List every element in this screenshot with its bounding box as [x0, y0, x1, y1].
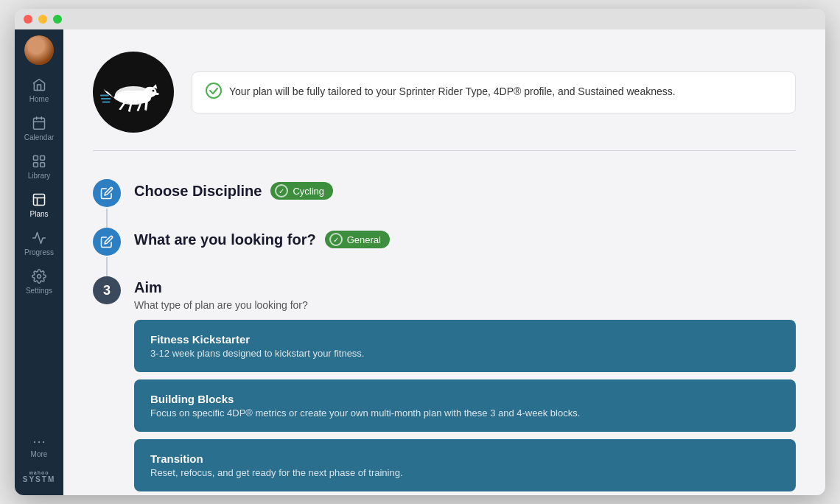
step-1-row: Choose Discipline ✓ Cycling	[93, 169, 796, 217]
step-1-badge-check-icon: ✓	[275, 184, 288, 197]
header-area: Your plan will be fully tailored to your…	[93, 52, 796, 133]
sidebar-more-label: More	[31, 450, 48, 458]
sidebar-item-home[interactable]: Home	[15, 71, 63, 109]
svg-rect-0	[34, 118, 45, 129]
step-2-title-row: What are you looking for? ✓ General	[134, 231, 796, 248]
library-icon	[31, 153, 47, 169]
option-2-title: Building Blocks	[150, 393, 780, 405]
step-1-title-row: Choose Discipline ✓ Cycling	[134, 182, 796, 200]
edit-icon	[100, 186, 113, 200]
sidebar-item-more[interactable]: ⋯ More	[15, 429, 63, 464]
plan-option-building-blocks[interactable]: Building Blocks Focus on specific 4DP® m…	[134, 379, 796, 432]
header-divider	[93, 150, 796, 151]
avatar[interactable]	[24, 35, 54, 65]
plan-logo-svg	[100, 59, 167, 125]
sidebar: Home Calendar Library P	[15, 29, 63, 495]
step-3-title: Aim	[134, 279, 162, 296]
plan-option-fitness-kickstarter[interactable]: Fitness Kickstarter 3-12 week plans desi…	[134, 320, 796, 372]
calendar-icon	[31, 115, 47, 131]
main-content: Your plan will be fully tailored to your…	[63, 29, 825, 495]
close-button[interactable]	[24, 15, 32, 24]
svg-point-9	[153, 90, 155, 92]
step-3-circle: 3	[93, 276, 121, 304]
sidebar-plans-label: Plans	[29, 210, 48, 218]
plans-icon	[31, 192, 47, 208]
home-icon	[31, 77, 47, 93]
sidebar-item-calendar[interactable]: Calendar	[15, 109, 63, 147]
notice-check-icon	[206, 83, 222, 102]
edit2-icon	[100, 235, 113, 248]
step-3-content: Aim What type of plan are you looking fo…	[134, 276, 796, 491]
app-window: Home Calendar Library P	[15, 9, 825, 495]
svg-rect-1	[34, 156, 38, 161]
plan-logo	[93, 52, 174, 133]
steps-area: Choose Discipline ✓ Cycling	[93, 169, 796, 495]
step-2-row: What are you looking for? ✓ General	[93, 217, 796, 266]
step-3-subtitle: What type of plan are you looking for?	[134, 299, 796, 311]
step-1-title: Choose Discipline	[134, 183, 262, 200]
step-1-badge-label: Cycling	[293, 186, 324, 197]
plan-option-transition[interactable]: Transition Reset, refocus, and get ready…	[134, 439, 796, 491]
option-1-desc: 3-12 week plans designed to kickstart yo…	[150, 348, 780, 359]
plan-options-list: Fitness Kickstarter 3-12 week plans desi…	[134, 320, 796, 491]
step-2-badge-label: General	[347, 234, 381, 245]
check-circle-icon	[206, 83, 222, 99]
maximize-button[interactable]	[53, 15, 62, 24]
step-2-circle	[93, 228, 121, 256]
settings-icon	[31, 268, 47, 284]
sidebar-settings-label: Settings	[26, 287, 52, 295]
step-2-content: What are you looking for? ✓ General	[134, 228, 796, 251]
step-2-badge[interactable]: ✓ General	[325, 231, 390, 248]
wahoo-logo: wahoo SYSTM	[23, 470, 55, 489]
sidebar-item-progress[interactable]: Progress	[15, 224, 63, 262]
option-3-title: Transition	[150, 452, 780, 465]
sidebar-item-library[interactable]: Library	[15, 147, 63, 186]
sidebar-library-label: Library	[28, 172, 51, 180]
step-2-badge-check-icon: ✓	[329, 233, 343, 246]
step-1-circle	[93, 179, 121, 207]
app-body: Home Calendar Library P	[15, 29, 825, 495]
progress-icon	[31, 230, 47, 246]
svg-point-10	[206, 83, 221, 98]
step-1-content: Choose Discipline ✓ Cycling	[134, 179, 796, 203]
sidebar-item-plans[interactable]: Plans	[15, 186, 63, 224]
option-2-desc: Focus on specific 4DP® metrics or create…	[150, 407, 780, 419]
option-3-desc: Reset, refocus, and get ready for the ne…	[150, 467, 780, 478]
step-3-row: 3 Aim What type of plan are you looking …	[93, 266, 796, 495]
svg-rect-4	[41, 163, 45, 167]
wahoo-brand-line1: wahoo	[23, 470, 55, 475]
notice-text: Your plan will be fully tailored to your…	[229, 85, 676, 99]
svg-rect-3	[34, 163, 38, 167]
titlebar	[15, 9, 825, 29]
step-3-title-row: Aim	[134, 279, 796, 296]
step-1-badge[interactable]: ✓ Cycling	[270, 182, 333, 200]
svg-rect-2	[41, 156, 45, 161]
notice-box: Your plan will be fully tailored to your…	[192, 71, 796, 113]
wahoo-brand-line2: SYSTM	[23, 475, 55, 483]
step-2-title: What are you looking for?	[134, 231, 316, 248]
svg-point-6	[38, 275, 41, 279]
sidebar-item-settings[interactable]: Settings	[15, 262, 63, 301]
sidebar-progress-label: Progress	[24, 248, 54, 256]
option-1-title: Fitness Kickstarter	[150, 333, 780, 346]
minimize-button[interactable]	[38, 15, 47, 24]
sidebar-home-label: Home	[29, 95, 49, 103]
step-3-number: 3	[103, 283, 111, 298]
more-dots-icon: ⋯	[32, 435, 46, 448]
sidebar-calendar-label: Calendar	[24, 133, 55, 141]
svg-rect-5	[34, 195, 45, 206]
svg-point-8	[144, 87, 157, 97]
